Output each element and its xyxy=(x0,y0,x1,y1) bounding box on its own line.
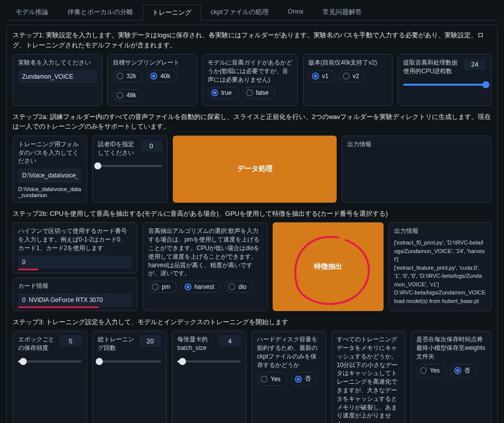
step1-text: ステップ1: 実験設定を入力します。実験データはlogsに保存され、各実験にはフ… xyxy=(13,30,491,50)
version-label: 版本(目前仅40k支持了v2) xyxy=(308,58,387,67)
cpu-value: 24 xyxy=(464,58,486,70)
step2a-output-label: 出力情報 xyxy=(347,140,486,149)
train-path-input[interactable] xyxy=(18,168,82,183)
tab-onnx[interactable]: Onnx xyxy=(278,4,313,20)
tab-bar: モデル推論 伴奏とボーカルの分離 トレーニング ckptファイルの処理 Onnx… xyxy=(6,4,498,21)
batch-slider[interactable] xyxy=(177,360,241,362)
radio-f0-true[interactable]: true xyxy=(208,87,238,99)
train-path-display: D:\Voice_data\voice_data_zundamon xyxy=(18,186,82,198)
gpu-info-label: カード情報 xyxy=(18,282,132,290)
speaker-id-slider[interactable] xyxy=(98,165,162,167)
tab-inference[interactable]: モデル推論 xyxy=(6,4,58,20)
batch-value: 4 xyxy=(219,335,241,347)
tab-faq[interactable]: 常见问题解答 xyxy=(313,4,371,20)
cache-label: すべてのトレーニングデータをメモリにキャッシュするかどうか。10分以下の小さなデ… xyxy=(337,335,400,423)
annotation-underline-1 xyxy=(18,268,38,270)
f0-label: モデルに音高ガイドがあるかどうか(歌唱には必要ですが、音声には必要ありません) xyxy=(208,58,292,84)
tab-training[interactable]: トレーニング xyxy=(143,5,201,21)
train-path-label: トレーニング用フォルダのパスを入力してください xyxy=(18,140,82,165)
radio-v2[interactable]: v2 xyxy=(339,70,366,82)
radio-f0-false[interactable]: false xyxy=(242,87,275,99)
step2b-output-label: 出力情報 xyxy=(394,227,486,235)
radio-weights-no[interactable]: 否 xyxy=(451,364,477,378)
save-freq-slider[interactable] xyxy=(18,360,82,362)
tab-separation[interactable]: 伴奏とボーカルの分離 xyxy=(58,4,143,20)
speaker-id-label: 話者IDを指定してください xyxy=(98,140,136,157)
radio-48k[interactable]: 48k xyxy=(113,89,143,101)
save-freq-label: エポックごとの保存頻度 xyxy=(18,335,56,352)
radio-latest-yes[interactable]: Yes xyxy=(257,372,287,386)
annotation-underline-2 xyxy=(18,306,99,308)
gpu-info-input[interactable] xyxy=(18,293,132,307)
speaker-id-value: 0 xyxy=(140,140,162,152)
epoch-value: 20 xyxy=(139,335,161,347)
step2b-text: ステップ2b: CPUを使用して音高を抽出する(モデルに音高がある場合)、GPU… xyxy=(13,209,491,219)
exp-name-input[interactable] xyxy=(18,70,97,83)
f0-algo-label: 音高抽出アルゴリズムの選択:歌声を入力する場合は、pmを使用して速度を上げること… xyxy=(148,227,262,278)
batch-label: 每张显卡的batch_size xyxy=(177,335,216,352)
epoch-label: 総トレーニング回数 xyxy=(98,335,136,352)
training-panel: ステップ1: 実験設定を入力します。実験データはlogsに保存され、各実験にはフ… xyxy=(6,25,498,423)
radio-pm[interactable]: pm xyxy=(148,281,177,293)
epoch-slider[interactable] xyxy=(98,360,161,362)
sample-rate-label: 目標サンプリングレート xyxy=(113,58,192,67)
extract-features-button[interactable]: 特徴抽出 xyxy=(273,222,384,311)
radio-latest-no[interactable]: 否 xyxy=(291,372,318,386)
card-numbers-label: ハイフンで区切って使用するカード番号を入力します。例えば0-1-2はカード0、カ… xyxy=(18,227,132,252)
save-freq-value: 5 xyxy=(59,335,82,347)
exp-name-label: 実験名を入力してください xyxy=(18,58,97,67)
cpu-slider[interactable] xyxy=(403,84,486,86)
cpu-label: 提取音高和处理数据使用的CPU进程数 xyxy=(403,58,460,76)
tab-ckpt[interactable]: ckptファイルの処理 xyxy=(201,4,278,20)
step2a-text: ステップ2a: 訓練フォルダー内のすべての音声ファイルを自動的に探索し、スライス… xyxy=(13,112,491,132)
card-numbers-input[interactable] xyxy=(18,256,132,269)
step3-text: ステップ3: トレーニング設定を入力して、モデルとインデックスのトレーニングを開… xyxy=(13,317,491,327)
radio-harvest[interactable]: harvest xyxy=(181,281,221,293)
weights-label: 是否在每次保存时间点将最终小模型保存至weights文件夹 xyxy=(416,335,486,360)
radio-32k[interactable]: 32k xyxy=(113,70,143,82)
process-data-button[interactable]: データ処理 xyxy=(173,136,337,203)
save-latest-label: ハードディスク容量を節約するため、最新のckptファイルのみを保存するかどうか xyxy=(257,335,321,369)
step2b-output-text: ['extract_f0_print.py', 'D:\\RVC-beta/lo… xyxy=(394,238,486,305)
radio-40k[interactable]: 40k xyxy=(147,70,176,82)
radio-weights-yes[interactable]: Yes xyxy=(416,364,447,378)
radio-dio[interactable]: dio xyxy=(225,281,253,293)
radio-v1[interactable]: v1 xyxy=(308,70,335,82)
